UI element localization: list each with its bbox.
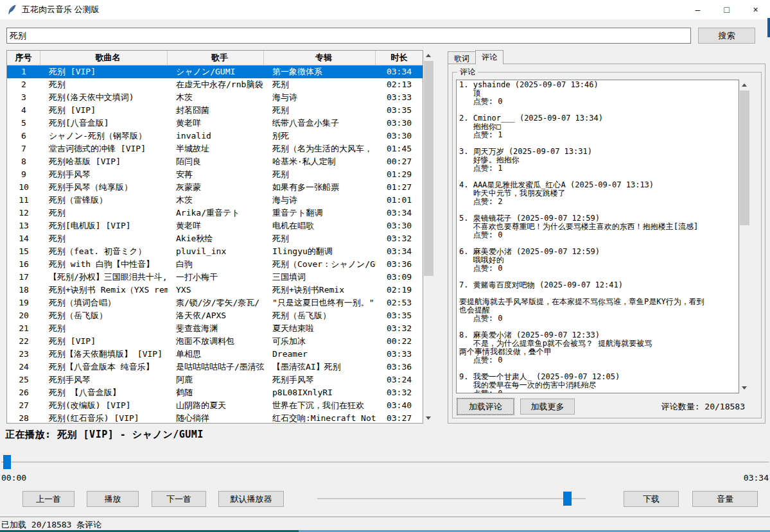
scroll-down-icon[interactable] xyxy=(739,382,750,393)
table-row[interactable]: 21死别斐查兹海渊夏天结束啦03:32 xyxy=(7,322,423,335)
cell-album: 夏天结束啦 xyxy=(264,322,376,335)
progress-slider-track[interactable] xyxy=(1,461,769,463)
load-more-button[interactable]: 加载更多 xyxy=(520,399,575,415)
table-row[interactable]: 15死别（feat. 初音ミク）pluvil_inxIlingyu的翻调03:3… xyxy=(7,245,423,258)
cell-duration: 03:34 xyxy=(376,245,423,258)
table-row[interactable]: 7堂吉诃德式的冲锋 [VIP]半城故址死别（名为生活的大风车，01:45 xyxy=(7,142,423,155)
table-row[interactable]: 18死别+诀别书 Remix（YXS remix）YXS死别+诀别书Remix0… xyxy=(7,284,423,296)
progress-slider-handle[interactable] xyxy=(3,455,11,469)
cell-album: 死别（Cover：シャノン/GUMI） xyxy=(264,258,376,271)
comments-scrollbar-thumb[interactable] xyxy=(740,90,749,225)
cell-album: 死别 xyxy=(264,168,376,181)
cell-song: 死别【八音盒版本 纯音乐】 xyxy=(40,361,168,373)
cell-artist: 斐查兹海渊 xyxy=(168,322,264,335)
cell-album: 哈基米·私人定制 xyxy=(264,155,376,168)
comments-textarea[interactable]: 1. yshainde (2025-09-07 13:46) 顶 点赞: 0 2… xyxy=(456,80,739,393)
table-row[interactable]: 10死别手风琴（纯享版）灰蒙蒙如果有多一张船票01:27 xyxy=(7,181,423,194)
table-row[interactable]: 27死别(改编版) [VIP]山阴路的夏天世界在下沉，我们在狂欢03:40 xyxy=(7,399,423,412)
table-row[interactable]: 8死别哈基版 [VIP]陌闫良哈基米·私人定制00:27 xyxy=(7,155,423,168)
cell-index: 4 xyxy=(7,104,40,117)
header-album[interactable]: 专辑 xyxy=(264,51,376,65)
load-comments-button[interactable]: 加载评论 xyxy=(457,399,514,415)
cell-artist: Akie秋绘 xyxy=(168,232,264,245)
minimize-button[interactable]: – xyxy=(683,0,712,19)
cell-song: 死别 xyxy=(40,322,168,335)
cell-duration: 03:40 xyxy=(376,399,423,412)
cell-artist: 安苒 xyxy=(168,168,264,181)
cell-song: 死别[八音盒版] xyxy=(40,117,168,130)
next-button[interactable]: 下一首 xyxy=(152,491,206,507)
table-scrollbar-thumb[interactable] xyxy=(424,61,433,276)
cell-duration: 03:34 xyxy=(376,65,423,78)
header-song[interactable]: 歌曲名 xyxy=(40,51,168,65)
volume-button[interactable]: 音量 xyxy=(692,491,758,507)
table-row[interactable]: 16死别 with 白驹【中性音】白驹死别（Cover：シャノン/GUMI）03… xyxy=(7,258,423,271)
table-row[interactable]: 9死别手风琴安苒死别01:29 xyxy=(7,168,423,181)
header-duration[interactable]: 时长 xyxy=(376,51,423,65)
cell-index: 9 xyxy=(7,168,40,181)
scroll-down-icon[interactable] xyxy=(423,413,434,424)
cell-index: 5 xyxy=(7,117,40,130)
cell-duration: 03:09 xyxy=(376,271,423,284)
cell-song: 死别 xyxy=(40,232,168,245)
cell-album: 死别（名为生活的大风车， xyxy=(264,142,376,155)
scroll-up-icon[interactable] xyxy=(423,50,434,61)
cell-duration: 03:24 xyxy=(376,373,423,386)
cell-duration: 01:29 xyxy=(376,168,423,181)
statusbar-divider-highlight xyxy=(0,517,770,518)
cell-artist: 在虚无中永存/rnb脑袋 xyxy=(168,78,264,91)
cell-song: 死别（岳飞版） xyxy=(40,309,168,322)
cell-index: 7 xyxy=(7,142,40,155)
play-button[interactable]: 播放 xyxy=(87,491,139,507)
table-row[interactable]: 12死别Arika/重音テト重音テト翻调03:34 xyxy=(7,207,423,219)
table-row[interactable]: 13死别[电机版] [VIP]黄老咩电机在唱歌03:30 xyxy=(7,219,423,232)
maximize-button[interactable]: □ xyxy=(712,0,741,19)
status-text: 已加载 20/18583 条评论 xyxy=(1,519,101,531)
volume-slider-track[interactable] xyxy=(317,498,586,499)
tab-comments[interactable]: 评论 xyxy=(475,50,503,64)
table-row[interactable]: 3死别(洛天依中文填词)木茨海与诗03:33 xyxy=(7,91,423,104)
cell-artist: 灰蒙蒙 xyxy=(168,181,264,194)
tab-lyrics[interactable]: 歌词 xyxy=(448,51,476,64)
cell-duration: 03:33 xyxy=(376,91,423,104)
cell-index: 17 xyxy=(7,271,40,284)
close-button[interactable]: × xyxy=(741,0,770,19)
search-input[interactable] xyxy=(6,28,691,44)
default-player-button[interactable]: 默认播放器 xyxy=(218,491,284,507)
cell-album: 可乐加冰 xyxy=(264,335,376,348)
cell-index: 12 xyxy=(7,207,40,219)
table-row[interactable]: 2死别在虚无中永存/rnb脑袋死别02:13 xyxy=(7,78,423,91)
header-artist[interactable]: 歌手 xyxy=(168,51,264,65)
cell-index: 15 xyxy=(7,245,40,258)
table-row[interactable]: 25死别手风琴阿鹿死别手风琴03:24 xyxy=(7,373,423,386)
search-button[interactable]: 搜索 xyxy=(698,28,755,44)
table-row[interactable]: 4死别 [VIP]封茗囧菌死别03:35 xyxy=(7,104,423,117)
table-row[interactable]: 19死别（填词合唱）柰/锁/汐/零矢/奈瓦/"只是这夏日也终有一别。"02:53 xyxy=(7,296,423,309)
table-row[interactable]: 17【死别/孙权】三国眼泪共十斗,一打小梅干三国填词03:09 xyxy=(7,271,423,284)
table-row[interactable]: 24死别【八音盒版本 纯音乐】是咕咕咕咕咕子/墨清弦AI【墨清弦AI】死别03:… xyxy=(7,361,423,373)
cell-index: 1 xyxy=(7,65,40,78)
table-scrollbar[interactable] xyxy=(423,50,434,424)
comments-scrollbar[interactable] xyxy=(739,80,750,393)
table-row[interactable]: 6シャノン-死别（钢琴版）invalid别死03:30 xyxy=(7,130,423,142)
table-row[interactable]: 28死别(红石音乐) [VIP]随心徜徉红石交响:Minecraft Note … xyxy=(7,412,423,424)
download-button[interactable]: 下载 xyxy=(624,491,679,507)
table-row[interactable]: 11死别（雷锋版）木茨海与诗01:01 xyxy=(7,194,423,207)
cell-duration: 00:22 xyxy=(376,335,423,348)
header-index[interactable]: 序号 xyxy=(7,51,40,65)
previous-button[interactable]: 上一首 xyxy=(22,491,74,507)
table-row[interactable]: 20死别（岳飞版）洛天依/APXS死别（岳飞版）03:35 xyxy=(7,309,423,322)
table-row[interactable]: 22死别 [VIP]泡面不放调料包可乐加冰00:22 xyxy=(7,335,423,348)
table-row[interactable]: 26死别 【八音盒版】鹤随p8L08IXnlyRI03:32 xyxy=(7,386,423,399)
table-row[interactable]: 14死别Akie秋绘死别03:32 xyxy=(7,232,423,245)
cell-artist: 柰/锁/汐/零矢/奈瓦/ xyxy=(168,296,264,309)
volume-slider-handle[interactable] xyxy=(563,492,572,506)
table-row[interactable]: 1死别 [VIP]シャノン/GUMI第一象徴体系03:34 xyxy=(7,65,423,78)
table-row[interactable]: 5死别[八音盒版]黄老咩纸带八音盒小集子03:30 xyxy=(7,117,423,130)
table-row[interactable]: 23死别【洛天依翻填版】 [VIP]单相思Dreamer03:33 xyxy=(7,348,423,361)
cell-album: 如果有多一张船票 xyxy=(264,181,376,194)
cell-album: 死别 xyxy=(264,232,376,245)
scroll-up-icon[interactable] xyxy=(739,80,750,90)
cell-album: 死别手风琴 xyxy=(264,373,376,386)
cell-index: 22 xyxy=(7,335,40,348)
